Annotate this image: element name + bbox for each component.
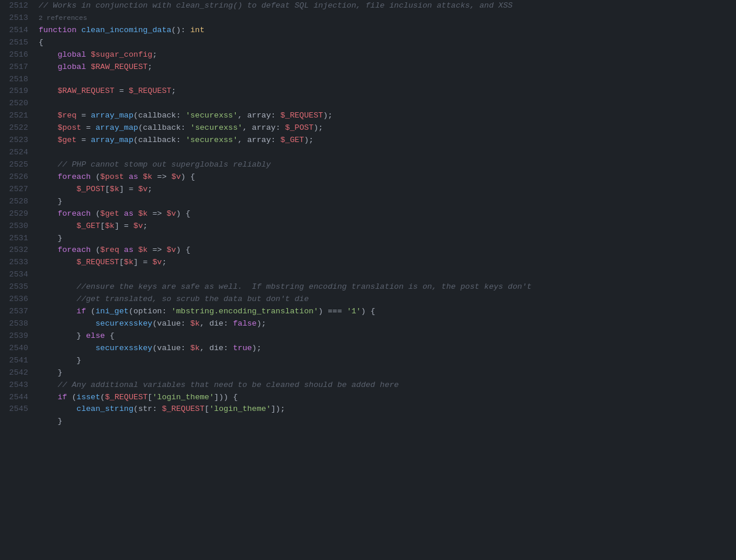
- token-variable: $get: [57, 136, 76, 144]
- indent: [39, 344, 95, 352]
- indent: [39, 319, 95, 328]
- token-plain: [133, 246, 138, 254]
- token-plain: (: [86, 307, 95, 316]
- line-number: 2519: [5, 85, 28, 98]
- line-number: 2540: [5, 343, 28, 355]
- indent: [39, 405, 77, 413]
- token-plain: [119, 209, 124, 218]
- token-keyword: function: [39, 26, 77, 34]
- token-function: ini_get: [95, 307, 129, 316]
- indent: [39, 368, 57, 377]
- token-comment: // PHP cannot stomp out superglobals rel…: [57, 160, 271, 169]
- indent: [39, 222, 77, 230]
- code-line: }: [39, 367, 736, 379]
- code-content: // Works in conjunction with clean_strin…: [34, 0, 736, 428]
- token-plain: =: [77, 136, 91, 144]
- code-line: 2 references: [39, 12, 736, 25]
- token-plain: ,: [238, 111, 247, 120]
- indent: [39, 417, 57, 426]
- token-variable: $_REQUEST: [105, 393, 147, 402]
- token-variable: $k: [110, 185, 119, 193]
- token-string: 'mbstring.encoding_translation': [171, 307, 318, 316]
- code-line: }: [39, 196, 736, 208]
- indent: [39, 381, 57, 389]
- code-line: function clean_incoming_data(): int: [39, 25, 736, 37]
- token-plain: ) {: [181, 172, 195, 181]
- line-number: 2521: [5, 110, 28, 122]
- line-number: 2529: [5, 208, 28, 220]
- line-number: 2542: [5, 367, 28, 379]
- token-variable: $_POST: [77, 185, 105, 193]
- code-line: [39, 98, 736, 110]
- code-line: //get translated, so scrub the data but …: [39, 293, 736, 306]
- token-plain: }: [77, 356, 81, 365]
- code-line: } else {: [39, 330, 736, 343]
- token-function: array_map: [91, 136, 133, 144]
- indent: [39, 234, 57, 243]
- indent: [39, 331, 77, 340]
- code-line: global $sugar_config;: [39, 49, 736, 61]
- token-variable: $v: [138, 185, 147, 193]
- code-line: $req = array_map(callback: 'securexss', …: [39, 110, 736, 122]
- indent: [39, 136, 57, 144]
- token-variable: $RAW_REQUEST: [57, 87, 114, 95]
- token-type: int: [190, 26, 204, 34]
- line-number: 2541: [5, 355, 28, 367]
- token-param: value: [157, 319, 181, 328]
- token-variable: $v: [152, 258, 161, 267]
- code-line: global $RAW_REQUEST;: [39, 61, 736, 74]
- token-plain: [77, 26, 81, 34]
- indent: [39, 295, 77, 303]
- token-variable: $k: [190, 319, 200, 328]
- token-plain: ) {: [361, 307, 375, 316]
- token-plain: }: [57, 197, 62, 206]
- line-number: 2515: [5, 37, 28, 49]
- token-plain: (: [133, 405, 138, 413]
- token-plain: ;: [171, 87, 176, 95]
- code-line: foreach ($req as $k => $v) {: [39, 244, 736, 257]
- code-line: [39, 147, 736, 159]
- token-param: die: [209, 319, 223, 328]
- code-line: $get = array_map(callback: 'securexss', …: [39, 134, 736, 147]
- token-param: array: [247, 136, 271, 144]
- token-plain: [124, 172, 129, 181]
- token-plain: );: [252, 344, 262, 352]
- code-line: }: [39, 233, 736, 245]
- token-plain: ) ===: [318, 307, 347, 316]
- token-param: array: [252, 123, 276, 132]
- token-comment: //get translated, so scrub the data but …: [77, 295, 309, 303]
- token-function: isset: [77, 393, 101, 402]
- token-plain: ] =: [119, 185, 138, 193]
- token-function: clean_string: [77, 405, 133, 413]
- indent: [39, 282, 77, 291]
- indent: [39, 63, 57, 71]
- token-variable: $_REQUEST: [280, 111, 323, 120]
- token-plain: );: [257, 319, 266, 328]
- indent: [39, 87, 57, 95]
- token-plain: (: [152, 344, 157, 352]
- token-keyword: as: [129, 172, 138, 181]
- line-number: 2545: [5, 403, 28, 416]
- line-number: 2516: [5, 49, 28, 61]
- token-string: '1': [347, 307, 361, 316]
- token-global: global: [57, 63, 86, 71]
- token-variable: $v: [133, 222, 143, 230]
- line-number: 2534: [5, 269, 28, 281]
- token-plain: :: [176, 136, 185, 144]
- token-function: securexsskey: [95, 319, 152, 328]
- token-variable: $req: [57, 111, 76, 120]
- line-number: 2517: [5, 61, 28, 74]
- token-variable: $req: [100, 246, 119, 254]
- token-variable: $_POST: [285, 123, 314, 132]
- line-number: 2512: [5, 0, 28, 12]
- line-number: 2531: [5, 233, 28, 245]
- token-plain: :: [162, 307, 171, 316]
- token-plain: :: [223, 319, 233, 328]
- line-number: 2520: [5, 98, 28, 110]
- token-plain: ,: [238, 136, 247, 144]
- token-plain: (: [91, 209, 100, 218]
- token-ref: 2 references: [39, 14, 87, 22]
- token-variable: $k: [105, 222, 114, 230]
- token-plain: }: [57, 234, 62, 243]
- code-editor: 2512251325142515251625172518251925202521…: [0, 0, 736, 428]
